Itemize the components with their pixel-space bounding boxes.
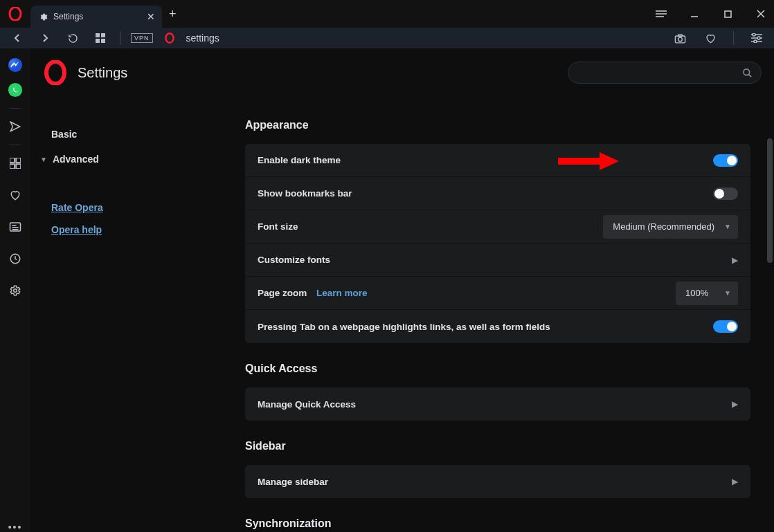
titlebar: Settings ✕ + xyxy=(0,0,774,28)
more-icon[interactable]: ••• xyxy=(8,522,23,532)
appearance-group: Enable dark theme Show bookmarks bar xyxy=(245,144,750,343)
svg-point-19 xyxy=(753,33,755,36)
svg-rect-5 xyxy=(725,11,731,17)
row-manage-sidebar[interactable]: Manage sidebar ▶ xyxy=(245,465,750,498)
search-input[interactable] xyxy=(568,62,762,84)
section-sidebar-title: Sidebar xyxy=(245,440,750,452)
svg-point-34 xyxy=(46,62,64,84)
speed-dial-icon[interactable] xyxy=(90,28,111,48)
section-quick-access-title: Quick Access xyxy=(245,363,750,375)
chevron-down-icon: ▼ xyxy=(40,156,47,163)
content-area: Settings Basic ▼ Advanced Rate xyxy=(30,48,774,532)
news-icon[interactable] xyxy=(6,217,25,237)
whatsapp-icon[interactable] xyxy=(6,80,25,100)
label-manage-sidebar: Manage sidebar xyxy=(258,477,328,487)
label-customize-fonts: Customize fonts xyxy=(258,255,330,265)
back-button[interactable] xyxy=(7,28,28,48)
maximize-button[interactable] xyxy=(719,5,737,23)
messenger-icon[interactable] xyxy=(6,55,25,75)
svg-rect-11 xyxy=(101,39,105,43)
speed-dials-icon[interactable] xyxy=(6,154,25,173)
tab-settings[interactable]: Settings ✕ xyxy=(30,6,162,28)
opera-url-icon xyxy=(164,33,175,44)
settings-header: Settings xyxy=(30,48,774,97)
dropdown-font-size-value: Medium (Recommended) xyxy=(613,221,714,232)
minimize-button[interactable] xyxy=(685,5,703,23)
search-icon xyxy=(742,68,753,78)
settings-nav: Basic ▼ Advanced Rate Opera Opera help xyxy=(30,97,191,532)
dropdown-page-zoom[interactable]: 100% ▼ xyxy=(676,282,738,305)
history-icon[interactable] xyxy=(6,249,25,268)
nav-advanced-label: Advanced xyxy=(53,154,99,165)
snapshot-icon[interactable] xyxy=(669,28,690,48)
nav-rate-opera[interactable]: Rate Opera xyxy=(30,196,191,219)
svg-rect-27 xyxy=(16,164,21,169)
chevron-right-icon: ▶ xyxy=(732,477,738,486)
svg-rect-8 xyxy=(96,33,100,37)
row-bookmarks-bar: Show bookmarks bar xyxy=(245,177,750,210)
quick-access-group: Manage Quick Access ▶ xyxy=(245,387,750,421)
toggle-bookmarks[interactable] xyxy=(713,187,738,200)
new-tab-button[interactable]: + xyxy=(169,7,177,21)
tab-title: Settings xyxy=(53,12,83,21)
forward-button[interactable] xyxy=(35,28,55,48)
svg-point-21 xyxy=(754,40,757,43)
row-tab-highlight: Pressing Tab on a webpage highlights lin… xyxy=(245,310,750,343)
svg-point-23 xyxy=(8,83,22,97)
dropdown-zoom-value: 100% xyxy=(685,288,708,298)
row-page-zoom: Page zoom Learn more 100% ▼ xyxy=(245,277,750,310)
nav-advanced[interactable]: ▼ Advanced xyxy=(30,147,191,172)
svg-rect-25 xyxy=(16,158,21,163)
reload-button[interactable] xyxy=(62,28,83,48)
easy-setup-icon[interactable] xyxy=(746,28,767,48)
toggle-tab-highlight[interactable] xyxy=(713,320,738,333)
svg-rect-10 xyxy=(96,39,100,43)
opera-logo-icon[interactable] xyxy=(0,0,30,28)
nav-opera-help[interactable]: Opera help xyxy=(30,219,191,241)
send-icon[interactable] xyxy=(6,117,25,136)
settings-gear-icon[interactable] xyxy=(6,281,25,300)
toggle-dark-theme[interactable] xyxy=(713,154,738,167)
close-button[interactable] xyxy=(752,5,770,23)
section-appearance-title: Appearance xyxy=(245,119,750,131)
tab-close-icon[interactable]: ✕ xyxy=(147,11,155,22)
section-sync-title: Synchronization xyxy=(245,517,750,530)
svg-point-33 xyxy=(14,289,17,293)
scrollbar-thumb[interactable] xyxy=(767,138,773,263)
page-title: Settings xyxy=(78,65,127,81)
url-text[interactable]: settings xyxy=(186,33,219,44)
label-manage-quick-access: Manage Quick Access xyxy=(258,399,356,410)
divider xyxy=(10,108,21,109)
svg-line-36 xyxy=(748,74,751,77)
link-learn-more[interactable]: Learn more xyxy=(316,288,368,298)
dropdown-font-size[interactable]: Medium (Recommended) ▼ xyxy=(603,215,738,239)
row-manage-quick-access[interactable]: Manage Quick Access ▶ xyxy=(245,387,750,421)
settings-main: Appearance Enable dark theme Show bookma… xyxy=(191,97,774,532)
chevron-right-icon: ▶ xyxy=(732,255,738,265)
svg-rect-9 xyxy=(101,33,105,37)
icon-sidebar: ••• xyxy=(0,48,30,532)
row-font-size: Font size Medium (Recommended) ▼ xyxy=(245,210,750,244)
bookmarks-heart-icon[interactable] xyxy=(6,185,25,205)
svg-point-14 xyxy=(678,37,682,42)
row-customize-fonts[interactable]: Customize fonts ▶ xyxy=(245,244,750,277)
svg-point-35 xyxy=(744,68,750,75)
svg-point-12 xyxy=(165,33,173,43)
separator xyxy=(733,31,734,45)
workspaces-icon[interactable] xyxy=(652,5,670,23)
label-bookmarks: Show bookmarks bar xyxy=(258,188,352,199)
page-zoom-text: Page zoom xyxy=(258,288,307,298)
nav-basic[interactable]: Basic xyxy=(30,122,191,147)
svg-rect-24 xyxy=(10,158,15,163)
sidebar-group: Manage sidebar ▶ xyxy=(245,465,750,498)
divider xyxy=(10,145,21,145)
label-tab-highlight: Pressing Tab on a webpage highlights lin… xyxy=(258,322,550,332)
opera-logo-icon xyxy=(43,60,68,85)
heart-icon[interactable] xyxy=(700,28,721,48)
caret-down-icon: ▼ xyxy=(724,223,731,230)
caret-down-icon: ▼ xyxy=(724,289,731,297)
chevron-right-icon: ▶ xyxy=(732,399,738,409)
vpn-badge[interactable]: VPN xyxy=(131,33,153,43)
gear-icon xyxy=(39,12,48,21)
scrollbar[interactable] xyxy=(766,138,774,304)
